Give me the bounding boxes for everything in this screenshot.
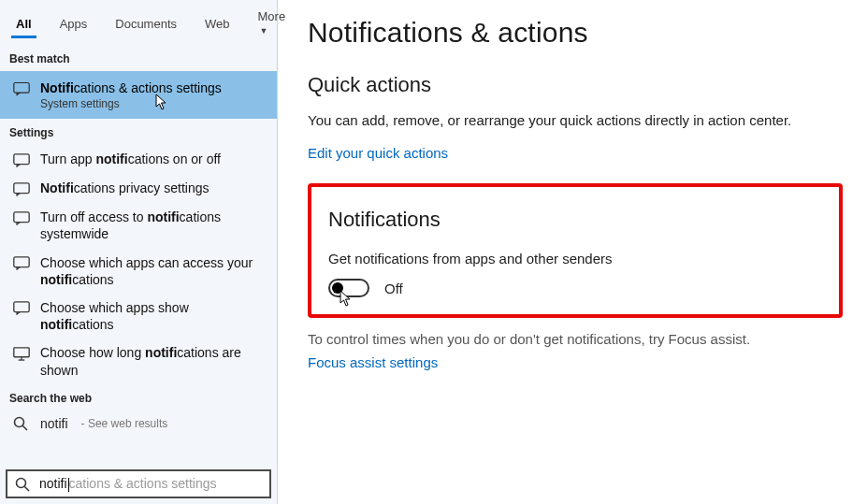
search-tabs: All Apps Documents Web More ▼ (0, 0, 277, 45)
quick-actions-heading: Quick actions (308, 73, 843, 97)
search-icon (15, 477, 30, 492)
search-input[interactable]: notifications & actions settings (39, 476, 262, 492)
svg-rect-4 (14, 257, 29, 267)
focus-assist-link[interactable]: Focus assist settings (308, 354, 438, 370)
settings-pane: Notifications & actions Quick actions Yo… (278, 0, 867, 504)
svg-line-10 (22, 425, 27, 430)
search-input-row[interactable]: notifications & actions settings (6, 469, 271, 498)
toggle-caption: Get notifications from apps and other se… (328, 249, 822, 270)
best-match-result[interactable]: Notifications & actions settings System … (0, 71, 277, 119)
svg-line-12 (24, 486, 29, 491)
web-search-result[interactable]: notifi - See web results (0, 410, 277, 437)
toggle-knob (332, 282, 343, 294)
search-icon (13, 416, 30, 431)
page-title: Notifications & actions (308, 17, 843, 49)
svg-rect-1 (14, 154, 29, 165)
svg-point-11 (17, 478, 26, 487)
svg-rect-0 (14, 82, 29, 93)
message-icon (13, 209, 30, 226)
tab-documents[interactable]: Documents (103, 13, 189, 38)
edit-quick-actions-link[interactable]: Edit your quick actions (308, 145, 448, 161)
group-settings: Settings (0, 119, 277, 145)
search-panel: All Apps Documents Web More ▼ Best match… (0, 0, 278, 504)
group-search-web: Search the web (0, 384, 277, 410)
message-icon (13, 300, 30, 317)
settings-result[interactable]: Choose which apps can access your notifi… (0, 249, 277, 294)
best-match-text: Notifications & actions settings System … (40, 79, 222, 110)
message-icon (13, 255, 30, 272)
settings-result[interactable]: Choose which apps show notifications (0, 294, 277, 338)
svg-rect-5 (14, 302, 29, 312)
message-icon (13, 80, 30, 97)
settings-result[interactable]: Turn app notifications on or off (0, 145, 277, 174)
notifications-toggle[interactable] (328, 279, 369, 297)
settings-result[interactable]: Choose how long notifications are shown (0, 338, 277, 383)
focus-assist-body: To control times when you do or don't ge… (308, 329, 831, 351)
monitor-icon (13, 345, 30, 362)
tab-web[interactable]: Web (193, 13, 242, 38)
message-icon (13, 151, 30, 168)
highlight-box: Notifications Get notifications from app… (308, 183, 843, 319)
tab-all[interactable]: All (4, 13, 44, 38)
svg-point-9 (15, 417, 24, 426)
notifications-heading: Notifications (328, 208, 822, 232)
chevron-down-icon: ▼ (260, 26, 268, 36)
group-best-match: Best match (0, 45, 277, 71)
svg-rect-3 (14, 212, 29, 223)
message-icon (13, 180, 30, 197)
settings-result[interactable]: Turn off access to notifications systemw… (0, 203, 277, 248)
svg-rect-6 (14, 348, 29, 357)
quick-actions-body: You can add, remove, or rearrange your q… (308, 110, 831, 132)
settings-result[interactable]: Notifications privacy settings (0, 174, 277, 203)
tab-apps[interactable]: Apps (48, 13, 100, 38)
toggle-state-label: Off (384, 281, 403, 296)
svg-rect-2 (14, 183, 29, 194)
